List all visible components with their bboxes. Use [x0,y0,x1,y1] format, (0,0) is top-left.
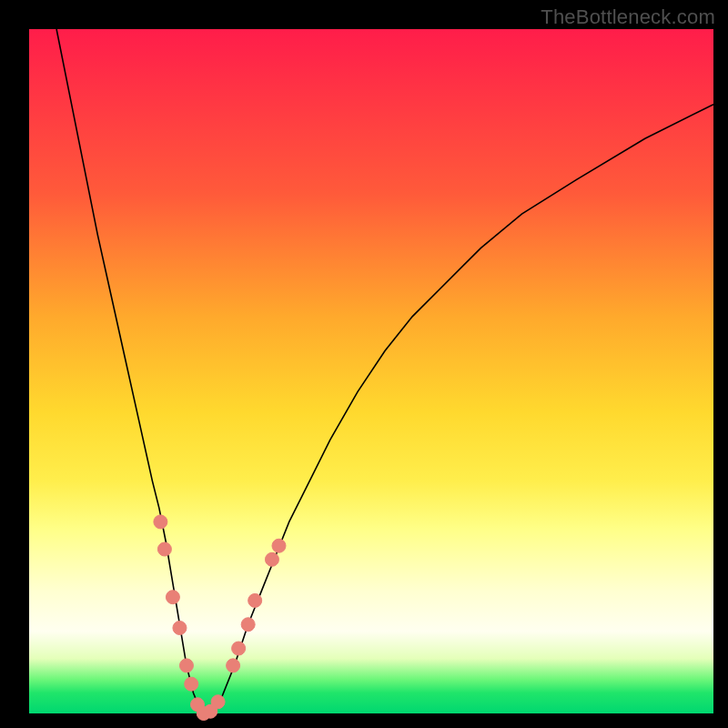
curve-marker [211,695,225,709]
bottleneck-curve [56,29,713,713]
curve-marker [248,593,262,607]
curve-marker [154,515,167,529]
curve-marker [227,659,240,672]
curve-marker [185,677,198,691]
curve-marker [272,539,286,552]
curve-marker [173,622,187,635]
marker-group [154,515,286,721]
curve-marker [179,659,193,672]
curve-marker [232,642,246,655]
curve-marker [265,552,278,566]
curve-marker [157,542,171,556]
chart-stage: TheBottleneck.com [0,0,728,728]
chart-svg [29,29,713,713]
watermark-text: TheBottleneck.com [541,5,715,29]
curve-marker [166,591,179,604]
plot-area [29,29,713,713]
curve-marker [241,618,255,632]
